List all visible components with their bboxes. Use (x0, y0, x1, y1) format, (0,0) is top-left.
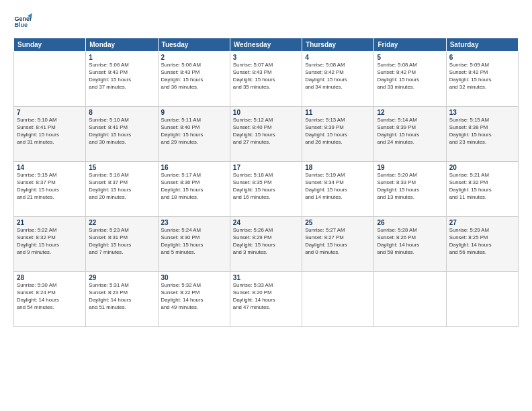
calendar-cell: 12Sunrise: 5:14 AM Sunset: 8:39 PM Dayli… (374, 107, 446, 162)
weekday-header-sunday: Sunday (14, 38, 86, 52)
day-info: Sunrise: 5:10 AM Sunset: 8:41 PM Dayligh… (17, 117, 83, 146)
day-info: Sunrise: 5:10 AM Sunset: 8:41 PM Dayligh… (89, 117, 154, 146)
calendar-cell: 24Sunrise: 5:26 AM Sunset: 8:29 PM Dayli… (230, 217, 302, 272)
calendar-cell: 15Sunrise: 5:16 AM Sunset: 8:37 PM Dayli… (86, 162, 158, 217)
day-number: 28 (17, 274, 83, 281)
day-number: 6 (449, 54, 515, 61)
day-info: Sunrise: 5:06 AM Sunset: 8:43 PM Dayligh… (89, 62, 154, 91)
calendar-cell: 27Sunrise: 5:29 AM Sunset: 8:25 PM Dayli… (446, 217, 518, 272)
day-number: 5 (377, 54, 443, 61)
calendar-cell: 10Sunrise: 5:12 AM Sunset: 8:40 PM Dayli… (230, 107, 302, 162)
day-info: Sunrise: 5:17 AM Sunset: 8:36 PM Dayligh… (161, 172, 227, 201)
calendar-cell: 28Sunrise: 5:30 AM Sunset: 8:24 PM Dayli… (14, 272, 86, 327)
calendar-cell: 13Sunrise: 5:15 AM Sunset: 8:38 PM Dayli… (446, 107, 518, 162)
calendar-cell: 14Sunrise: 5:15 AM Sunset: 8:37 PM Dayli… (14, 162, 86, 217)
calendar-cell: 3Sunrise: 5:07 AM Sunset: 8:43 PM Daylig… (230, 52, 302, 107)
calendar-cell: 5Sunrise: 5:08 AM Sunset: 8:42 PM Daylig… (374, 52, 446, 107)
day-info: Sunrise: 5:15 AM Sunset: 8:38 PM Dayligh… (449, 117, 515, 146)
weekday-header-monday: Monday (86, 38, 158, 52)
calendar-cell: 22Sunrise: 5:23 AM Sunset: 8:31 PM Dayli… (86, 217, 158, 272)
calendar-week-row: 7Sunrise: 5:10 AM Sunset: 8:41 PM Daylig… (14, 107, 519, 162)
calendar-cell: 9Sunrise: 5:11 AM Sunset: 8:40 PM Daylig… (158, 107, 230, 162)
calendar-week-row: 21Sunrise: 5:22 AM Sunset: 8:32 PM Dayli… (14, 217, 519, 272)
day-number: 20 (449, 164, 515, 171)
day-info: Sunrise: 5:12 AM Sunset: 8:40 PM Dayligh… (233, 117, 299, 146)
day-info: Sunrise: 5:08 AM Sunset: 8:42 PM Dayligh… (377, 62, 443, 91)
weekday-header-friday: Friday (374, 38, 446, 52)
day-number: 17 (233, 164, 299, 171)
day-info: Sunrise: 5:31 AM Sunset: 8:23 PM Dayligh… (89, 282, 154, 312)
day-info: Sunrise: 5:33 AM Sunset: 8:20 PM Dayligh… (233, 282, 299, 312)
day-info: Sunrise: 5:32 AM Sunset: 8:22 PM Dayligh… (161, 282, 227, 312)
weekday-header-thursday: Thursday (302, 38, 374, 52)
day-info: Sunrise: 5:21 AM Sunset: 8:32 PM Dayligh… (449, 172, 515, 201)
calendar-cell: 17Sunrise: 5:18 AM Sunset: 8:35 PM Dayli… (230, 162, 302, 217)
weekday-header-saturday: Saturday (446, 38, 518, 52)
svg-text:Blue: Blue (14, 21, 28, 28)
day-info: Sunrise: 5:23 AM Sunset: 8:31 PM Dayligh… (89, 227, 154, 257)
calendar-cell: 30Sunrise: 5:32 AM Sunset: 8:22 PM Dayli… (158, 272, 230, 327)
calendar-cell: 6Sunrise: 5:09 AM Sunset: 8:42 PM Daylig… (446, 52, 518, 107)
day-number: 7 (17, 109, 83, 116)
calendar-cell: 21Sunrise: 5:22 AM Sunset: 8:32 PM Dayli… (14, 217, 86, 272)
calendar-cell (446, 272, 518, 327)
day-info: Sunrise: 5:14 AM Sunset: 8:39 PM Dayligh… (377, 117, 443, 146)
day-number: 14 (17, 164, 83, 171)
calendar-cell: 8Sunrise: 5:10 AM Sunset: 8:41 PM Daylig… (86, 107, 158, 162)
day-number: 18 (305, 164, 371, 171)
day-number: 9 (161, 109, 227, 116)
calendar-cell: 18Sunrise: 5:19 AM Sunset: 8:34 PM Dayli… (302, 162, 374, 217)
day-number: 26 (377, 219, 443, 226)
calendar-cell: 16Sunrise: 5:17 AM Sunset: 8:36 PM Dayli… (158, 162, 230, 217)
day-number: 23 (161, 219, 227, 226)
day-info: Sunrise: 5:26 AM Sunset: 8:29 PM Dayligh… (233, 227, 299, 257)
calendar-cell: 31Sunrise: 5:33 AM Sunset: 8:20 PM Dayli… (230, 272, 302, 327)
calendar-cell: 26Sunrise: 5:28 AM Sunset: 8:26 PM Dayli… (374, 217, 446, 272)
day-info: Sunrise: 5:18 AM Sunset: 8:35 PM Dayligh… (233, 172, 299, 201)
day-number: 25 (305, 219, 371, 226)
day-info: Sunrise: 5:29 AM Sunset: 8:25 PM Dayligh… (449, 227, 515, 257)
day-info: Sunrise: 5:22 AM Sunset: 8:32 PM Dayligh… (17, 227, 83, 257)
day-number: 29 (89, 274, 154, 281)
day-number: 8 (89, 109, 154, 116)
day-info: Sunrise: 5:24 AM Sunset: 8:30 PM Dayligh… (161, 227, 227, 257)
weekday-header-tuesday: Tuesday (158, 38, 230, 52)
day-number: 3 (233, 54, 299, 61)
day-number: 4 (305, 54, 371, 61)
day-number: 24 (233, 219, 299, 226)
day-info: Sunrise: 5:30 AM Sunset: 8:24 PM Dayligh… (17, 282, 83, 312)
calendar-cell: 19Sunrise: 5:20 AM Sunset: 8:33 PM Dayli… (374, 162, 446, 217)
weekday-header-wednesday: Wednesday (230, 38, 302, 52)
day-number: 1 (89, 54, 154, 61)
day-info: Sunrise: 5:28 AM Sunset: 8:26 PM Dayligh… (377, 227, 443, 257)
day-number: 21 (17, 219, 83, 226)
day-info: Sunrise: 5:27 AM Sunset: 8:27 PM Dayligh… (305, 227, 371, 257)
day-number: 2 (161, 54, 227, 61)
day-info: Sunrise: 5:19 AM Sunset: 8:34 PM Dayligh… (305, 172, 371, 201)
day-number: 31 (233, 274, 299, 281)
day-number: 22 (89, 219, 154, 226)
day-number: 30 (161, 274, 227, 281)
day-info: Sunrise: 5:13 AM Sunset: 8:39 PM Dayligh… (305, 117, 371, 146)
logo: General Blue (13, 12, 35, 31)
calendar-cell: 2Sunrise: 5:06 AM Sunset: 8:43 PM Daylig… (158, 52, 230, 107)
day-number: 13 (449, 109, 515, 116)
calendar-cell: 1Sunrise: 5:06 AM Sunset: 8:43 PM Daylig… (86, 52, 158, 107)
logo-icon: General Blue (13, 12, 32, 31)
day-info: Sunrise: 5:15 AM Sunset: 8:37 PM Dayligh… (17, 172, 83, 201)
calendar-cell: 23Sunrise: 5:24 AM Sunset: 8:30 PM Dayli… (158, 217, 230, 272)
calendar-cell: 29Sunrise: 5:31 AM Sunset: 8:23 PM Dayli… (86, 272, 158, 327)
day-info: Sunrise: 5:07 AM Sunset: 8:43 PM Dayligh… (233, 62, 299, 91)
day-info: Sunrise: 5:06 AM Sunset: 8:43 PM Dayligh… (161, 62, 227, 91)
day-number: 10 (233, 109, 299, 116)
day-info: Sunrise: 5:11 AM Sunset: 8:40 PM Dayligh… (161, 117, 227, 146)
day-number: 11 (305, 109, 371, 116)
day-number: 12 (377, 109, 443, 116)
calendar-week-row: 28Sunrise: 5:30 AM Sunset: 8:24 PM Dayli… (14, 272, 519, 327)
day-info: Sunrise: 5:16 AM Sunset: 8:37 PM Dayligh… (89, 172, 154, 201)
day-number: 15 (89, 164, 154, 171)
calendar-page: General Blue SundayMondayTuesdayWednesda… (0, 0, 532, 411)
calendar-table: SundayMondayTuesdayWednesdayThursdayFrid… (13, 38, 519, 327)
calendar-cell: 20Sunrise: 5:21 AM Sunset: 8:32 PM Dayli… (446, 162, 518, 217)
calendar-cell (374, 272, 446, 327)
